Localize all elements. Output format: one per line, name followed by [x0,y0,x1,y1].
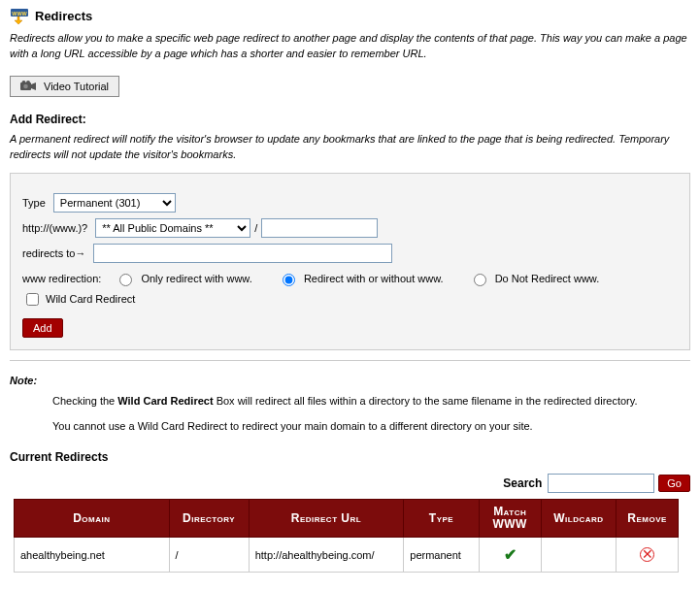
www-only-radio[interactable] [119,274,132,286]
camera-icon [20,80,36,93]
cell-domain: ahealthybeing.net [15,538,170,573]
add-redirect-heading: Add Redirect: [10,113,690,126]
wildcard-checkbox[interactable] [26,293,39,306]
page-title: Redirects [35,9,92,23]
svg-point-4 [26,81,30,84]
video-tutorial-label: Video Tutorial [44,81,109,92]
www-only-label: Only redirect with www. [141,273,251,284]
redirects-to-input[interactable] [93,244,392,263]
svg-marker-6 [31,82,36,90]
cell-directory: / [169,538,249,573]
path-input[interactable] [261,218,378,238]
cell-type: permanent [404,538,480,573]
note-body-2: You cannot use a Wild Card Redirect to r… [52,419,690,435]
col-type: Type [404,499,480,537]
domain-select[interactable]: ** All Public Domains ** [95,218,250,238]
svg-point-3 [22,81,26,84]
checkmark-icon: ✔ [504,546,517,563]
redirects-to-label: redirects to→ [22,247,85,259]
add-redirect-explain: A permanent redirect will notify the vis… [10,132,690,163]
type-label: Type [22,197,46,209]
current-redirects-heading: Current Redirects [10,450,690,464]
add-button[interactable]: Add [22,318,63,338]
www-both-label: Redirect with or without www. [304,273,444,284]
cell-redirect-url: http://ahealthybeing.com/ [249,538,404,573]
col-directory: Directory [169,499,249,537]
cell-match-www: ✔ [479,538,541,573]
svg-point-5 [23,84,28,89]
note-heading: Note: [10,375,690,386]
col-match-www: Match WWW [479,499,541,537]
www-both-radio[interactable] [283,274,295,286]
redirects-icon: WWW [10,6,29,25]
search-input[interactable] [548,474,654,493]
note-body-1: Checking the Wild Card Redirect Box will… [52,394,690,410]
col-domain: Domain [15,499,170,537]
http-label: http://(www.)? [22,222,87,234]
video-tutorial-button[interactable]: Video Tutorial [10,76,119,97]
www-none-radio[interactable] [474,274,486,286]
separator [10,360,690,361]
www-none-label: Do Not Redirect www. [495,273,600,284]
search-label: Search [503,476,542,490]
type-select[interactable]: Permanent (301) [53,193,176,213]
cell-remove: ✕ [617,538,679,573]
search-go-button[interactable]: Go [658,475,690,492]
intro-text: Redirects allow you to make a specific w… [10,31,690,62]
slash-label: / [254,222,257,234]
cell-wildcard [541,538,617,573]
col-remove: Remove [617,499,679,537]
redirects-table: Domain Directory Redirect Url Type Match… [14,499,679,573]
table-row: ahealthybeing.net / http://ahealthybeing… [15,538,679,573]
remove-icon[interactable]: ✕ [640,547,654,562]
col-redirect-url: Redirect Url [249,499,404,537]
wildcard-label: Wild Card Redirect [46,293,135,305]
svg-text:WWW: WWW [12,11,27,16]
col-wildcard: Wildcard [541,499,617,537]
add-redirect-panel: Type Permanent (301) http://(www.)? ** A… [10,173,690,350]
www-redirection-label: www redirection: [22,273,101,284]
